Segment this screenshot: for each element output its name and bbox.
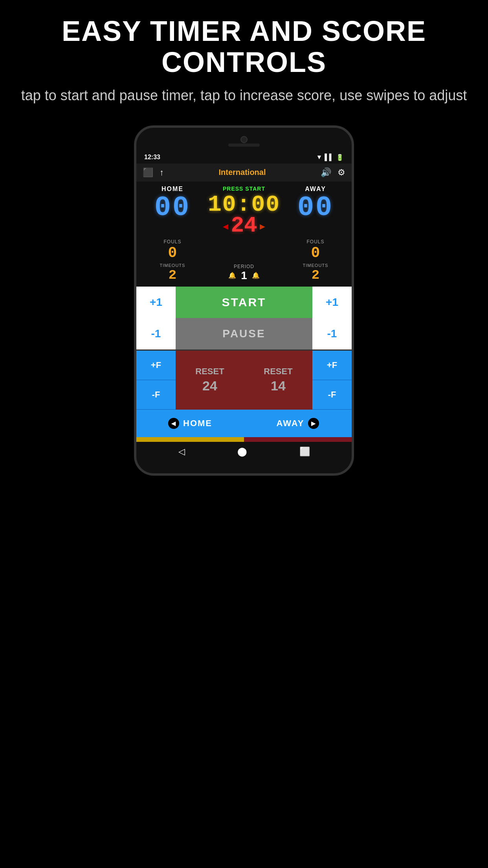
status-bar: 12:33 ▼ ▌▌ 🔋 xyxy=(136,151,352,164)
home-timeouts-label: TIMEOUTS xyxy=(160,263,185,268)
signal-icon: ▌▌ xyxy=(325,154,334,161)
home-fouls-section: FOULS 0 xyxy=(141,239,204,261)
period-icons-row: 🔔 1 🔔 xyxy=(228,269,260,282)
home-timeouts-section: TIMEOUTS 2 xyxy=(141,263,204,283)
period-value: 1 xyxy=(241,269,247,282)
scoreboard: HOME 00 PRESS START 10:00 ◀ 24 ▶ AWAY 00 xyxy=(136,182,352,287)
reset-14-num: 14 xyxy=(271,378,286,394)
away-color-bar xyxy=(244,437,352,442)
away-team-button[interactable]: AWAY ▶ xyxy=(244,410,352,437)
home-nav-icon[interactable]: ⬤ xyxy=(237,447,247,457)
away-foul-plus-button[interactable]: +F xyxy=(312,351,352,380)
center-section: PRESS START 10:00 ◀ 24 ▶ xyxy=(204,186,284,237)
home-prev-icon: ◀ xyxy=(168,418,179,429)
period-section: PERIOD 🔔 1 🔔 xyxy=(204,264,284,282)
timeouts-row: TIMEOUTS 2 PERIOD 🔔 1 🔔 TIMEOUTS 2 xyxy=(141,263,347,283)
press-start: PRESS START xyxy=(223,186,265,192)
bell-left-icon[interactable]: 🔔 xyxy=(228,272,236,279)
arrow-right-icon: ▶ xyxy=(260,222,265,231)
away-team-section: AWAY 00 xyxy=(284,186,347,222)
home-foul-minus-button[interactable]: -F xyxy=(136,380,176,410)
home-score[interactable]: 00 xyxy=(154,194,191,222)
shot-clock[interactable]: 24 xyxy=(231,215,257,237)
away-score-plus-button[interactable]: +1 xyxy=(312,287,352,318)
period-label: PERIOD xyxy=(234,264,254,269)
away-timeouts-label: TIMEOUTS xyxy=(303,263,328,268)
status-time: 12:33 xyxy=(144,154,160,161)
reset-24-label: RESET xyxy=(195,366,224,377)
reset-24-button[interactable]: RESET 24 xyxy=(176,351,244,410)
away-score-minus-button[interactable]: -1 xyxy=(312,318,352,349)
headline: EASY TIMER AND SCORE CONTROLS xyxy=(8,16,480,78)
phone-shell: 12:33 ▼ ▌▌ 🔋 ⬛ ↑ International 🔊 ⚙ H xyxy=(134,125,354,476)
home-team-section: HOME 00 xyxy=(141,186,204,222)
subtitle: tap to start and pause timer, tap to inc… xyxy=(21,86,467,105)
away-foul-col: +F -F xyxy=(312,351,352,410)
nav-bar: ◁ ⬤ ⬜ xyxy=(136,442,352,462)
shot-clock-row: ◀ 24 ▶ xyxy=(223,216,265,237)
app-header: ⬛ ↑ International 🔊 ⚙ xyxy=(136,164,352,182)
app-title: International xyxy=(218,168,266,177)
header-right-icons: 🔊 ⚙ xyxy=(321,167,345,178)
header-left-icons: ⬛ ↑ xyxy=(143,167,164,178)
home-timeouts-value[interactable]: 2 xyxy=(169,268,176,283)
away-timeouts-value[interactable]: 2 xyxy=(312,268,319,283)
controls: +1 START +1 -1 PAUSE -1 +F -F RESET xyxy=(136,287,352,442)
bell-right-icon[interactable]: 🔔 xyxy=(252,272,260,279)
away-label: AWAY xyxy=(305,186,326,193)
cast-icon[interactable]: ⬛ xyxy=(143,167,153,178)
phone-bottom xyxy=(136,462,352,473)
pause-row: -1 PAUSE -1 xyxy=(136,318,352,349)
reset-14-label: RESET xyxy=(264,366,292,377)
home-team-button[interactable]: ◀ HOME xyxy=(136,410,244,437)
start-button[interactable]: START xyxy=(176,287,312,318)
reset-14-button[interactable]: RESET 14 xyxy=(244,351,312,410)
camera xyxy=(240,136,248,143)
home-score-plus-button[interactable]: +1 xyxy=(136,287,176,318)
away-team-label: AWAY xyxy=(277,418,305,428)
settings-icon[interactable]: ⚙ xyxy=(338,167,345,178)
home-foul-col: +F -F xyxy=(136,351,176,410)
start-row: +1 START +1 xyxy=(136,287,352,318)
color-bar-row xyxy=(136,437,352,442)
fouls-row: FOULS 0 FOULS 0 xyxy=(141,239,347,261)
arrow-left-icon: ◀ xyxy=(223,222,228,231)
away-score[interactable]: 00 xyxy=(297,194,334,222)
phone-top xyxy=(136,128,352,151)
speaker xyxy=(228,143,260,147)
home-label: HOME xyxy=(161,186,183,193)
away-next-icon: ▶ xyxy=(308,418,319,429)
upload-icon[interactable]: ↑ xyxy=(160,167,164,178)
away-fouls-section: FOULS 0 xyxy=(284,239,347,261)
home-team-label: HOME xyxy=(183,418,212,428)
home-fouls-label: FOULS xyxy=(163,239,181,245)
wifi-icon: ▼ xyxy=(316,154,322,161)
recent-nav-icon[interactable]: ⬜ xyxy=(299,447,310,457)
away-fouls-value[interactable]: 0 xyxy=(311,245,320,261)
home-foul-plus-button[interactable]: +F xyxy=(136,351,176,380)
away-fouls-label: FOULS xyxy=(306,239,324,245)
pause-button[interactable]: PAUSE xyxy=(176,318,312,349)
volume-icon[interactable]: 🔊 xyxy=(321,167,331,178)
score-row: HOME 00 PRESS START 10:00 ◀ 24 ▶ AWAY 00 xyxy=(141,186,347,237)
status-icons: ▼ ▌▌ 🔋 xyxy=(316,154,344,161)
foul-reset-row: +F -F RESET 24 RESET 14 +F -F xyxy=(136,351,352,410)
away-foul-minus-button[interactable]: -F xyxy=(312,380,352,410)
away-timeouts-section: TIMEOUTS 2 xyxy=(284,263,347,283)
team-row: ◀ HOME AWAY ▶ xyxy=(136,410,352,437)
reset-24-num: 24 xyxy=(202,378,217,394)
home-score-minus-button[interactable]: -1 xyxy=(136,318,176,349)
back-nav-icon[interactable]: ◁ xyxy=(178,447,185,457)
home-color-bar xyxy=(136,437,244,442)
home-fouls-value[interactable]: 0 xyxy=(168,245,177,261)
battery-icon: 🔋 xyxy=(336,154,344,161)
